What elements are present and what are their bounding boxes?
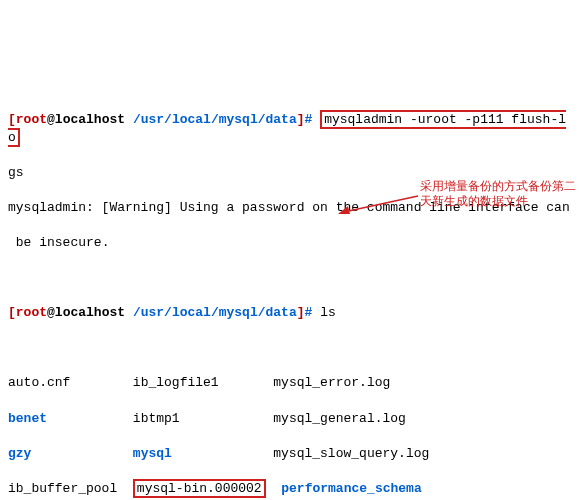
svg-line-0 — [344, 196, 418, 212]
prompt-host: localhost — [55, 112, 125, 127]
ls-row: benet ibtmp1 mysql_general.log — [8, 410, 573, 428]
line: [root@localhost /usr/local/mysql/data]# … — [8, 111, 573, 146]
line: [root@localhost /usr/local/mysql/data]# … — [8, 304, 573, 322]
highlighted-file: mysql-bin.000002 — [133, 479, 266, 498]
dir: benet — [8, 411, 47, 426]
prompt-user: root — [16, 305, 47, 320]
file: mysql_error.log — [273, 375, 390, 390]
terminal-output: { "prompt": { "lbr": "[", "user": "root"… — [8, 24, 573, 500]
file: ib_logfile1 — [133, 375, 219, 390]
bracket: ] — [297, 305, 305, 320]
ls-row: auto.cnf ib_logfile1 mysql_error.log — [8, 374, 573, 392]
svg-marker-1 — [338, 206, 350, 214]
dir: gzy — [8, 446, 31, 461]
line: be insecure. — [8, 234, 573, 252]
ls-row: gzy mysql mysql_slow_query.log — [8, 445, 573, 463]
bracket: ] — [297, 112, 305, 127]
bracket: [ — [8, 112, 16, 127]
prompt-at: @ — [47, 305, 55, 320]
command: ls — [320, 305, 336, 320]
ls-row: ib_buffer_pool mysql-bin.000002 performa… — [8, 480, 573, 498]
file: mysql_general.log — [273, 411, 406, 426]
prompt-hash: # — [305, 305, 313, 320]
annotation-arrow-icon — [338, 192, 420, 216]
prompt-at: @ — [47, 112, 55, 127]
dir: mysql — [133, 446, 172, 461]
file: mysql_slow_query.log — [273, 446, 429, 461]
prompt-user: root — [16, 112, 47, 127]
file: auto.cnf — [8, 375, 70, 390]
file: ib_buffer_pool — [8, 481, 117, 496]
prompt-path: /usr/local/mysql/data — [133, 305, 297, 320]
annotation-text: 采用增量备份的方式备份第二天新生成的数据文件 — [420, 179, 580, 210]
file: ibtmp1 — [133, 411, 180, 426]
prompt-path: /usr/local/mysql/data — [133, 112, 297, 127]
bracket: [ — [8, 305, 16, 320]
prompt-host: localhost — [55, 305, 125, 320]
prompt-hash: # — [305, 112, 313, 127]
dir: performance_schema — [281, 481, 421, 496]
